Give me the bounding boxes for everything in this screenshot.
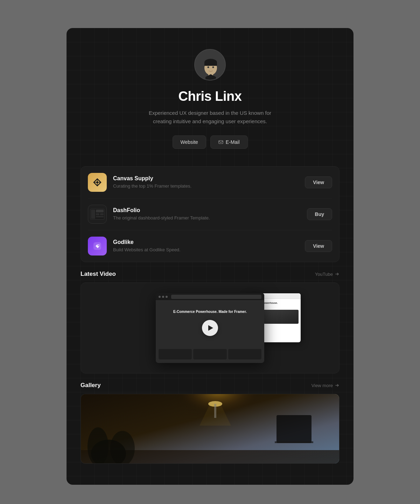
website-button[interactable]: Website (173, 135, 206, 149)
website-label: Website (181, 139, 198, 145)
gallery-image[interactable] (80, 394, 340, 464)
play-button[interactable] (202, 320, 218, 336)
email-label: E-Mail (226, 139, 240, 145)
svg-point-6 (208, 66, 209, 68)
svg-rect-13 (91, 210, 95, 219)
profile-card: Chris Linx Experienced UX designer based… (66, 28, 354, 485)
video-thumbnail: E-Commerce Powerhouse. Made for Framer. (81, 283, 339, 373)
video-overlay-text: E-Commerce Powerhouse. Made for Framer. (163, 309, 257, 314)
email-button[interactable]: E-Mail (210, 135, 248, 149)
youtube-label: YouTube (315, 272, 333, 277)
godlike-name: Godlike (113, 239, 299, 245)
canvas-supply-info: Canvas Supply Curating the top 1% Framer… (113, 175, 299, 189)
view-more-label: View more (312, 383, 333, 388)
list-item: Canvas Supply Curating the top 1% Framer… (88, 167, 332, 198)
svg-rect-15 (96, 213, 99, 215)
gallery-overlay (81, 394, 339, 463)
profile-name: Chris Linx (178, 89, 242, 104)
latest-video-title: Latest Video (80, 271, 116, 278)
profile-buttons: Website E-Mail (173, 135, 248, 149)
projects-list: Canvas Supply Curating the top 1% Framer… (80, 166, 340, 262)
gallery-header: Gallery View more (80, 382, 340, 389)
canvas-supply-desc: Curating the top 1% Framer templates. (113, 183, 299, 189)
godlike-icon (88, 237, 107, 255)
profile-section: Chris Linx Experienced UX designer based… (66, 28, 354, 163)
list-item: Godlike Build Websites at Godlike Speed.… (88, 230, 332, 262)
arrow-right-icon (335, 383, 340, 388)
dashfolio-cta[interactable]: Buy (307, 208, 332, 220)
gallery-section: Gallery View more (80, 382, 340, 464)
svg-rect-16 (100, 213, 104, 215)
avatar (194, 49, 226, 80)
svg-point-1 (200, 80, 221, 80)
arrow-right-icon (335, 272, 340, 276)
canvas-supply-name: Canvas Supply (113, 175, 299, 182)
gallery-title: Gallery (80, 382, 101, 389)
video-container[interactable]: E-Commerce Powerhouse. Made for Framer. (80, 282, 340, 373)
dashfolio-name: DashFolio (113, 207, 301, 214)
dashfolio-icon (88, 205, 107, 224)
svg-rect-8 (219, 141, 223, 144)
svg-rect-17 (96, 216, 104, 217)
latest-video-header: Latest Video YouTube (80, 271, 340, 278)
profile-bio: Experienced UX designer based in the US … (147, 109, 273, 126)
canvas-supply-cta[interactable]: View (305, 176, 332, 188)
godlike-info: Godlike Build Websites at Godlike Speed. (113, 239, 299, 253)
godlike-desc: Build Websites at Godlike Speed. (113, 247, 299, 253)
latest-video-section: Latest Video YouTube (80, 271, 340, 373)
view-more-link[interactable]: View more (312, 383, 340, 388)
canvas-supply-icon (88, 173, 107, 192)
svg-rect-14 (96, 210, 104, 212)
svg-rect-5 (204, 62, 217, 66)
youtube-link[interactable]: YouTube (315, 272, 340, 277)
list-item: DashFolio The original dashboard-styled … (88, 198, 332, 230)
email-icon (218, 140, 223, 145)
dashfolio-desc: The original dashboard-styled Framer Tem… (113, 215, 301, 221)
dashfolio-info: DashFolio The original dashboard-styled … (113, 207, 301, 221)
godlike-cta[interactable]: View (305, 240, 332, 252)
play-triangle-icon (208, 325, 213, 331)
svg-point-7 (212, 66, 214, 68)
